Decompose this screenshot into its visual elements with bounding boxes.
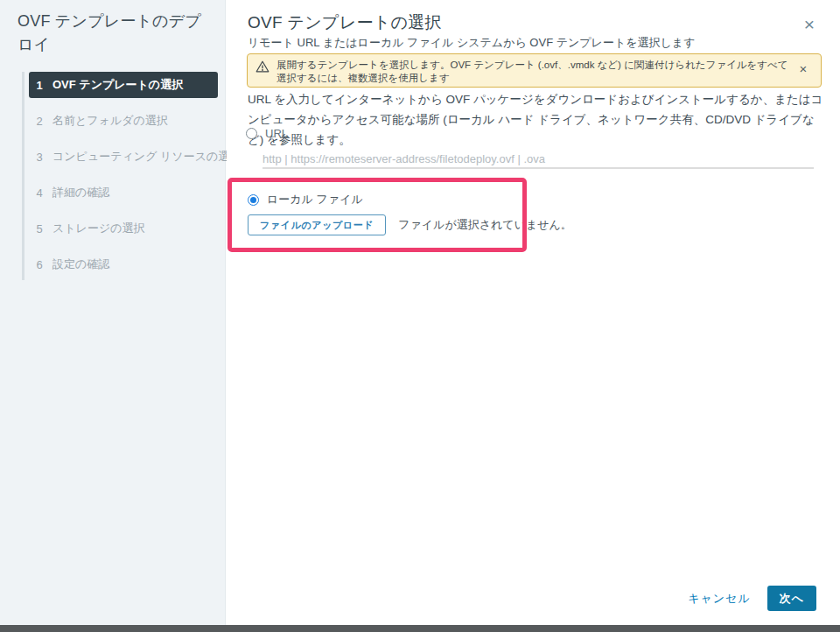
deploy-ovf-wizard-dialog: OVF テンプレートのデプロイ 1 OVF テンプレートの選択 2 名前とフォル… <box>0 0 840 632</box>
wizard-content-panel: OVF テンプレートの選択 × リモート URL またはローカル ファイル シス… <box>227 0 840 625</box>
step-number: 1 <box>35 79 44 92</box>
radio-circle-checked <box>248 194 259 206</box>
wizard-sidebar: OVF テンプレートのデプロイ 1 OVF テンプレートの選択 2 名前とフォル… <box>0 0 226 625</box>
local-file-radio-label: ローカル ファイル <box>267 192 363 207</box>
next-button[interactable]: 次へ <box>767 586 816 611</box>
sidebar-step-ready-to-complete[interactable]: 6 設定の確認 <box>29 251 218 277</box>
close-icon[interactable]: × <box>800 15 819 34</box>
step-label: コンピューティング リソースの選択 <box>52 149 241 165</box>
wizard-title: OVF テンプレートのデプロイ <box>18 10 217 57</box>
step-number: 5 <box>35 222 44 235</box>
wizard-steps: 1 OVF テンプレートの選択 2 名前とフォルダの選択 3 コンピューティング… <box>0 72 225 287</box>
url-input[interactable] <box>262 150 814 169</box>
step-label: 設定の確認 <box>52 256 109 272</box>
step-label: OVF テンプレートの選択 <box>52 77 183 93</box>
warning-close-icon[interactable]: × <box>796 62 810 76</box>
sidebar-step-review-details[interactable]: 4 詳細の確認 <box>29 179 218 206</box>
cancel-button[interactable]: キャンセル <box>682 590 756 607</box>
url-radio-label: URL <box>265 127 288 140</box>
step-label: ストレージの選択 <box>52 221 145 236</box>
wizard-footer: キャンセル 次へ <box>682 586 816 611</box>
radio-circle-unchecked <box>246 128 257 139</box>
steps-track-line <box>22 72 24 280</box>
sidebar-step-select-storage[interactable]: 5 ストレージの選択 <box>29 215 218 242</box>
step-number: 4 <box>35 186 44 200</box>
warning-banner: 展開するテンプレートを選択します。OVF テンプレート (.ovf、.vmdk … <box>247 53 822 88</box>
step-number: 3 <box>35 151 44 164</box>
warning-icon <box>256 60 270 76</box>
url-radio[interactable]: URL <box>246 127 288 140</box>
window-bottom-edge <box>0 625 840 632</box>
warning-text: 展開するテンプレートを選択します。OVF テンプレート (.ovf、.vmdk … <box>276 59 791 85</box>
sidebar-step-select-compute-resource[interactable]: 3 コンピューティング リソースの選択 <box>29 144 218 170</box>
step-label: 名前とフォルダの選択 <box>52 113 168 129</box>
page-title: OVF テンプレートの選択 <box>248 11 442 34</box>
step-label: 詳細の確認 <box>52 185 109 200</box>
no-file-selected-text: ファイルが選択されていません。 <box>398 217 572 233</box>
sidebar-step-select-ovf-template[interactable]: 1 OVF テンプレートの選択 <box>29 72 218 98</box>
local-file-radio[interactable]: ローカル ファイル <box>248 192 363 207</box>
step-number: 2 <box>35 115 44 128</box>
page-subtitle: リモート URL またはローカル ファイル システムから OVF テンプレートを… <box>248 35 695 51</box>
sidebar-step-select-name-folder[interactable]: 2 名前とフォルダの選択 <box>29 108 218 134</box>
upload-files-button[interactable]: ファイルのアップロード <box>248 214 386 235</box>
upload-row: ファイルのアップロード ファイルが選択されていません。 <box>248 214 572 235</box>
description-text: URL を入力してインターネットから OVF パッケージをダウンロードおよびイン… <box>248 89 823 150</box>
step-number: 6 <box>35 258 44 271</box>
